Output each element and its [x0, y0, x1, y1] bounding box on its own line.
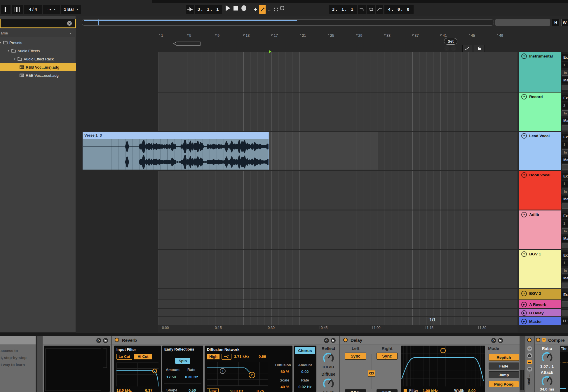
- audio-clip-verse[interactable]: Verse 1_3: [83, 132, 269, 170]
- lock-envelopes-button[interactable]: [474, 45, 485, 52]
- clip-title-bar[interactable]: Verse 1_3: [83, 132, 269, 139]
- stereo-link-button[interactable]: [368, 370, 375, 377]
- punch-out-button[interactable]: [376, 5, 383, 14]
- mode-jump-button[interactable]: Jump: [489, 371, 519, 378]
- device-title-bar[interactable]: ⟳: [43, 336, 111, 344]
- input-channel-chooser[interactable]: 1▼: [562, 62, 568, 68]
- spin-amount-value[interactable]: 17.50: [166, 375, 176, 379]
- scale-value[interactable]: 40 %: [270, 385, 289, 389]
- ping-pong-button[interactable]: Ping Pong: [489, 381, 519, 387]
- reflect-value[interactable]: 0.0 dB: [318, 365, 339, 369]
- output-chooser[interactable]: Master▼: [562, 196, 568, 202]
- set-locator-button[interactable]: Set: [444, 38, 457, 45]
- mode-repitch-button[interactable]: Repitch: [489, 354, 519, 361]
- diffusion-freq-value[interactable]: 3.71 kHz: [234, 354, 249, 359]
- lane-record[interactable]: [158, 93, 518, 131]
- ratio-value[interactable]: 3.07 : 1: [535, 364, 559, 369]
- loop-brace[interactable]: [173, 41, 201, 46]
- input-type-chooser[interactable]: Ext. In▼: [562, 173, 568, 180]
- device-reverb[interactable]: Reverb ⟳ Input Filter Lo Cut Hi Cut 18.0…: [112, 336, 339, 392]
- ratio-knob[interactable]: [541, 351, 553, 364]
- lane-bgv-1[interactable]: [158, 250, 518, 288]
- track-name[interactable]: B Delay: [529, 311, 544, 315]
- loop-start[interactable]: 3. 1. 1: [329, 5, 357, 14]
- diffuse-knob[interactable]: [322, 378, 334, 390]
- save-preset-icon[interactable]: [331, 338, 336, 343]
- arrangement-position[interactable]: 3. 1. 1: [195, 5, 222, 14]
- track-name[interactable]: A Reverb: [529, 302, 546, 307]
- input-channel-chooser[interactable]: 1▼: [562, 142, 568, 148]
- low-shelf-button[interactable]: Low: [207, 388, 219, 392]
- spin-rate-value[interactable]: 0.30 Hz: [185, 375, 198, 379]
- lo-cut-button[interactable]: Lo Cut: [116, 354, 132, 360]
- track-color-block[interactable]: ▶B Delay: [519, 309, 561, 316]
- input-type-chooser[interactable]: Ext. In▼: [562, 95, 568, 101]
- device-on-led[interactable]: [536, 338, 540, 342]
- attack-knob[interactable]: [541, 375, 553, 388]
- spin-button[interactable]: Spin: [175, 358, 190, 364]
- hot-swap-icon[interactable]: ⟳: [527, 346, 532, 351]
- input-type-chooser[interactable]: Ext. In▼: [562, 54, 568, 61]
- device-display[interactable]: ⟳: [43, 336, 111, 392]
- output-chooser[interactable]: Master▼: [562, 118, 568, 124]
- expand-caret-icon[interactable]: ▼: [13, 58, 17, 60]
- fold-track-icon[interactable]: ▶: [521, 319, 527, 324]
- diffusion-q-value[interactable]: 0.66: [259, 354, 266, 359]
- mode-fade-button[interactable]: Fade: [489, 363, 519, 370]
- chorus-button[interactable]: Chorus: [295, 347, 315, 354]
- sync-left-button[interactable]: Sync: [345, 353, 366, 360]
- stop-button[interactable]: [234, 6, 238, 11]
- input-type-chooser[interactable]: Ext. In▼: [562, 134, 568, 140]
- lane-b-delay[interactable]: [158, 309, 518, 316]
- hi-cut-button[interactable]: Hi Cut: [134, 354, 152, 360]
- browser-name-header[interactable]: ame ▲: [0, 29, 76, 37]
- track-name[interactable]: Record: [529, 95, 543, 99]
- device-compressor[interactable]: ▼ Compre Ratio 3.07 : 1 Attack 34.0 ms T…: [535, 336, 568, 392]
- input-type-chooser[interactable]: Ext. In▼: [562, 252, 568, 259]
- threshold-line[interactable]: [560, 363, 568, 363]
- input-channel-chooser[interactable]: 2▼: [562, 102, 568, 109]
- device-rack-collapsed[interactable]: ⟳ ocal ...: [525, 336, 534, 392]
- input-channel-chooser[interactable]: 1▼: [562, 220, 568, 227]
- compressor-graph-panel[interactable]: Thr: [560, 346, 568, 392]
- monitor-in-button[interactable]: In: [562, 189, 568, 194]
- clear-search-icon[interactable]: ✕: [67, 21, 72, 26]
- follow-button[interactable]: [186, 5, 194, 14]
- lane-hook-vocal[interactable]: [158, 171, 518, 210]
- browser-search-input[interactable]: ✕: [0, 19, 76, 28]
- lane-instrumental[interactable]: [158, 52, 518, 92]
- fold-track-icon[interactable]: ▼: [521, 212, 527, 217]
- time-signature[interactable]: 4 / 4: [24, 5, 42, 14]
- feedback-right[interactable]: 0.0 %: [377, 389, 398, 392]
- track-name[interactable]: BGV 1: [529, 252, 541, 256]
- draw-mode-button[interactable]: [273, 5, 279, 14]
- fold-track-icon[interactable]: ▶: [521, 310, 527, 316]
- monitor-in-button[interactable]: In: [562, 149, 568, 155]
- reenable-automation-button[interactable]: ←: [266, 5, 272, 14]
- punch-in-button[interactable]: [358, 5, 366, 14]
- lane-a-reverb[interactable]: [158, 300, 518, 308]
- output-chooser[interactable]: Master▼: [562, 275, 568, 281]
- quantization-menu[interactable]: 1 Bar▼: [61, 5, 81, 14]
- low-freq-value[interactable]: 90.0 Hz: [230, 389, 243, 392]
- input-type-chooser[interactable]: Ext. In▼: [562, 292, 568, 298]
- filter-graph[interactable]: [116, 363, 158, 386]
- track-color-block[interactable]: ▼BGV 2: [519, 289, 561, 299]
- filter-q-value[interactable]: 6.37: [145, 388, 152, 392]
- track-name[interactable]: Lead Vocal: [529, 134, 550, 138]
- chorus-amount-value[interactable]: 0.02: [294, 370, 316, 374]
- chain-list-icon[interactable]: [527, 367, 532, 372]
- fold-track-icon[interactable]: ▼: [521, 291, 527, 296]
- play-button[interactable]: [226, 5, 230, 11]
- low-q-value[interactable]: 0.75: [257, 389, 264, 392]
- automation-arm-button[interactable]: [259, 5, 266, 14]
- hot-swap-icon[interactable]: ⟳: [96, 338, 101, 343]
- track-name[interactable]: Instrumental: [529, 54, 553, 58]
- track-name[interactable]: Hook Vocal: [529, 173, 550, 177]
- feedback-left[interactable]: 0.0 %: [345, 389, 366, 392]
- time-ruler[interactable]: 0:000:150:300:451:001:151:30: [158, 325, 518, 332]
- overdub-button[interactable]: +: [252, 5, 259, 14]
- lane-adlib[interactable]: [158, 210, 518, 249]
- tap-tempo-button[interactable]: [1, 5, 11, 14]
- fold-track-icon[interactable]: ▼: [521, 251, 527, 257]
